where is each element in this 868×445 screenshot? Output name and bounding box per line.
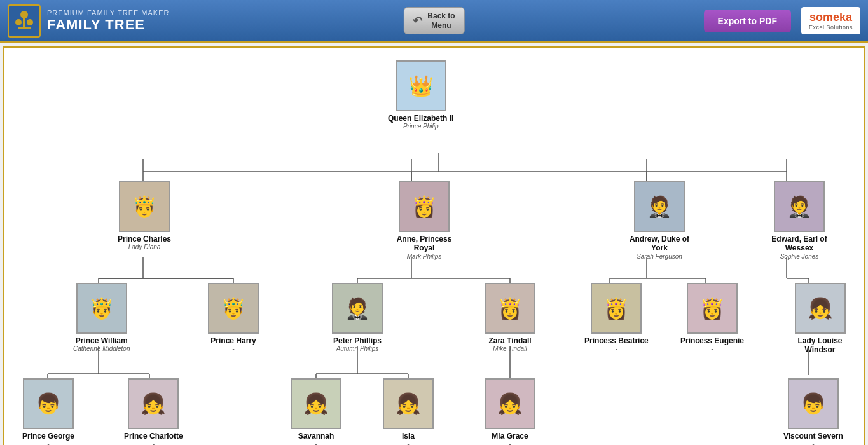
name-prince-harry: Prince Harry (210, 336, 256, 345)
back-button-label: Back toMenu (427, 11, 455, 30)
spouse-prince-william: Catherine Middleton (73, 345, 130, 352)
name-anne: Anne, Princess Royal (386, 235, 462, 253)
someka-tagline: Excel Solutions (809, 24, 853, 31)
back-to-menu-button[interactable]: ↶ Back toMenu (403, 7, 464, 34)
node-andrew: 🤵 Andrew, Duke of York Sarah Ferguson (621, 181, 698, 260)
name-prince-charles: Prince Charles (118, 235, 171, 243)
name-princess-eugenie: Princess Eugenie (680, 336, 744, 345)
spouse-mia-grace: - (509, 441, 511, 445)
node-isla: 👧 Isla - (383, 378, 434, 445)
svg-point-0 (20, 11, 28, 18)
svg-rect-4 (18, 27, 31, 29)
node-anne: 👸 Anne, Princess Royal Mark Philips (386, 181, 462, 260)
photo-lady-louise-windsor: 👧 (795, 283, 846, 334)
name-princess-beatrice: Princess Beatrice (584, 336, 649, 345)
spouse-lady-louise-windsor: - (819, 355, 821, 362)
name-mia-grace: Mia Grace (492, 432, 528, 441)
photo-savannah: 👧 (291, 378, 341, 429)
photo-andrew: 🤵 (634, 181, 685, 232)
header-center: ↶ Back toMenu (403, 7, 464, 34)
header-title: FAMILY TREE (47, 17, 169, 33)
header: PREMIUM FAMILY TREE MAKER FAMILY TREE ↶ … (0, 0, 868, 43)
spouse-anne: Mark Philips (407, 253, 441, 260)
spouse-prince-charlotte: - (153, 441, 155, 445)
photo-prince-charlotte: 👧 (128, 378, 179, 429)
spouse-prince-charles: Lady Diana (128, 243, 161, 250)
svg-point-1 (15, 19, 22, 25)
header-text: PREMIUM FAMILY TREE MAKER FAMILY TREE (47, 9, 169, 33)
name-prince-george: Prince George (22, 432, 74, 441)
photo-isla: 👧 (383, 378, 434, 429)
header-subtitle: PREMIUM FAMILY TREE MAKER (47, 9, 169, 17)
name-isla: Isla (402, 432, 415, 441)
photo-edward: 🤵 (774, 181, 825, 232)
node-viscount-severn: 👦 Viscount Severn - (783, 378, 843, 445)
spouse-prince-harry: - (232, 345, 234, 352)
main-content: 👑 Queen Elizabeth II Prince Philip 🤴 Pri… (3, 46, 865, 445)
name-andrew: Andrew, Duke of York (621, 235, 698, 253)
photo-princess-beatrice: 👸 (591, 283, 642, 334)
name-prince-charlotte: Prince Charlotte (124, 432, 183, 441)
logo-area: PREMIUM FAMILY TREE MAKER FAMILY TREE (8, 4, 169, 38)
spouse-edward: Sophie Jones (780, 253, 819, 260)
tree-container: 👑 Queen Elizabeth II Prince Philip 🤴 Pri… (4, 54, 857, 445)
spouse-andrew: Sarah Ferguson (637, 253, 682, 260)
photo-mia-grace: 👧 (485, 378, 535, 429)
photo-prince-charles: 🤴 (119, 181, 170, 232)
someka-brand: someka (809, 11, 853, 24)
name-prince-william: Prince William (76, 336, 128, 345)
node-edward: 🤵 Edward, Earl of Wessex Sophie Jones (761, 181, 837, 260)
node-prince-harry: 🤴 Prince Harry - (208, 283, 259, 352)
app-icon (8, 4, 41, 38)
spouse-savannah: - (315, 441, 317, 445)
photo-peter-phillips: 🤵 (332, 283, 383, 334)
header-right: Export to PDF someka Excel Solutions (704, 7, 860, 34)
node-peter-phillips: 🤵 Peter Phillips Autumn Philips (332, 283, 383, 352)
node-lady-louise-windsor: 👧 Lady Louise Windsor - (783, 283, 857, 362)
spouse-isla: - (407, 441, 409, 445)
node-queen-elizabeth: 👑 Queen Elizabeth II Prince Philip (388, 60, 453, 130)
node-prince-charles: 🤴 Prince Charles Lady Diana (118, 181, 171, 250)
name-queen-elizabeth: Queen Elizabeth II (388, 114, 453, 123)
spouse-princess-beatrice: - (616, 345, 617, 352)
photo-prince-william: 🤴 (76, 283, 127, 334)
spouse-princess-eugenie: - (711, 345, 713, 352)
name-savannah: Savannah (298, 432, 334, 441)
photo-prince-george: 👦 (23, 378, 74, 429)
photo-princess-eugenie: 👸 (687, 283, 738, 334)
node-prince-william: 🤴 Prince William Catherine Middleton (73, 283, 130, 352)
spouse-queen-elizabeth: Prince Philip (403, 123, 439, 130)
someka-logo: someka Excel Solutions (801, 7, 860, 34)
svg-rect-3 (23, 18, 25, 29)
node-mia-grace: 👧 Mia Grace - (485, 378, 535, 445)
node-savannah: 👧 Savannah - (291, 378, 341, 445)
spouse-prince-george: - (47, 441, 49, 445)
name-peter-phillips: Peter Phillips (333, 336, 382, 345)
spouse-peter-phillips: Autumn Philips (336, 345, 379, 352)
node-princess-beatrice: 👸 Princess Beatrice - (584, 283, 649, 352)
svg-point-2 (27, 19, 33, 25)
node-princess-eugenie: 👸 Princess Eugenie - (680, 283, 744, 352)
export-pdf-button[interactable]: Export to PDF (704, 10, 791, 32)
node-prince-george: 👦 Prince George - (22, 378, 74, 445)
name-viscount-severn: Viscount Severn (783, 432, 843, 441)
photo-zara-tindall: 👸 (485, 283, 535, 334)
photo-queen-elizabeth: 👑 (396, 60, 446, 111)
photo-anne: 👸 (399, 181, 450, 232)
photo-viscount-severn: 👦 (788, 378, 839, 429)
spouse-zara-tindall: Mike Tindall (493, 345, 527, 352)
node-prince-charlotte: 👧 Prince Charlotte - (124, 378, 183, 445)
name-lady-louise-windsor: Lady Louise Windsor (783, 336, 857, 355)
back-arrow-icon: ↶ (413, 14, 422, 28)
name-edward: Edward, Earl of Wessex (761, 235, 837, 253)
spouse-viscount-severn: - (812, 441, 814, 445)
name-zara-tindall: Zara Tindall (488, 336, 531, 345)
node-zara-tindall: 👸 Zara Tindall Mike Tindall (485, 283, 535, 352)
photo-prince-harry: 🤴 (208, 283, 259, 334)
